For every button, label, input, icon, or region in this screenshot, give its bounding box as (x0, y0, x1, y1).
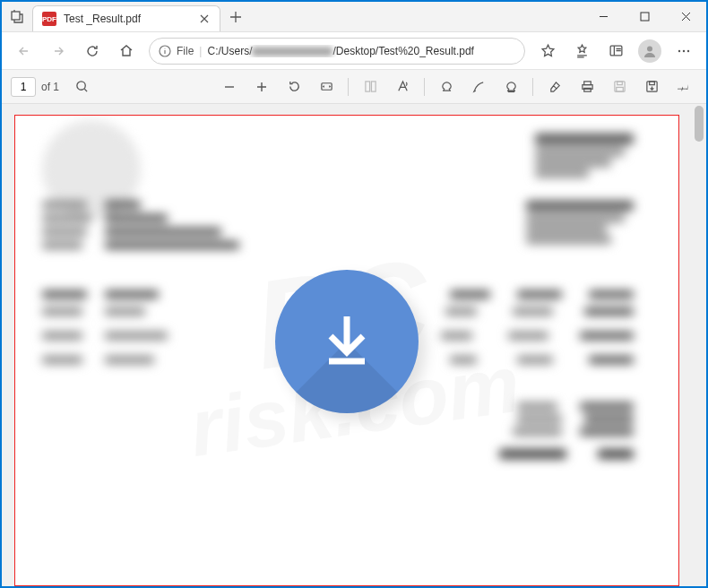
maximize-button[interactable] (624, 2, 665, 31)
svg-point-5 (678, 49, 680, 51)
pdf-file-icon: PDF (42, 12, 56, 26)
settings-menu-button[interactable] (669, 36, 699, 66)
svg-rect-11 (371, 82, 376, 91)
forward-button[interactable] (43, 36, 73, 66)
svg-rect-10 (365, 82, 369, 91)
favorites-list-button[interactable] (566, 36, 597, 66)
erase-button[interactable] (541, 74, 568, 100)
url-scheme-label: File (177, 45, 194, 57)
svg-rect-0 (12, 12, 20, 20)
svg-rect-19 (649, 82, 654, 85)
minimize-button[interactable] (583, 2, 624, 31)
svg-point-8 (76, 82, 84, 90)
print-button[interactable] (574, 74, 600, 100)
read-aloud-button[interactable] (389, 74, 416, 100)
page-number-input[interactable] (11, 77, 36, 97)
pdf-viewport[interactable]: PC risk.com (2, 104, 706, 586)
svg-rect-17 (616, 87, 623, 91)
tab-strip: PDF Test _Result.pdf (2, 2, 583, 31)
titlebar: PDF Test _Result.pdf (2, 2, 706, 32)
rotate-button[interactable] (281, 74, 307, 100)
page-view-button[interactable] (357, 74, 384, 100)
tab-actions-button[interactable] (2, 2, 32, 32)
favorite-button[interactable] (532, 36, 563, 66)
profile-button[interactable] (638, 39, 661, 63)
url-path: C:/Users//Desktop/Test%20_Result.pdf (207, 45, 473, 57)
svg-point-6 (683, 49, 685, 51)
browser-window: PDF Test _Result.pdf (2, 2, 706, 586)
highlight-color-button[interactable] (497, 74, 524, 100)
close-window-button[interactable] (665, 2, 706, 31)
collections-button[interactable] (600, 36, 631, 66)
highlight-tool-button[interactable] (433, 74, 460, 100)
svg-point-4 (647, 46, 652, 51)
page-total-label: of 1 (41, 81, 59, 93)
back-button[interactable] (9, 36, 39, 66)
zoom-in-button[interactable] (248, 74, 275, 100)
tab-close-button[interactable] (198, 13, 211, 25)
draw-tool-button[interactable] (465, 74, 492, 100)
home-button[interactable] (111, 36, 142, 66)
vertical-scrollbar[interactable] (692, 104, 706, 586)
save-button[interactable] (606, 74, 633, 100)
address-bar: File | C:/Users//Desktop/Test%20_Result.… (2, 32, 706, 70)
pdf-toolbar: of 1 (2, 70, 706, 104)
window-controls (583, 2, 706, 31)
search-icon[interactable] (68, 74, 95, 100)
save-as-button[interactable] (638, 74, 665, 100)
tab[interactable]: PDF Test _Result.pdf (32, 5, 220, 31)
scroll-thumb[interactable] (695, 106, 704, 142)
svg-rect-16 (617, 82, 622, 85)
tab-title: Test _Result.pdf (64, 13, 191, 25)
svg-rect-14 (583, 88, 591, 91)
new-tab-button[interactable] (220, 2, 251, 31)
pdf-page: PC risk.com (14, 115, 679, 586)
refresh-button[interactable] (77, 36, 108, 66)
info-icon (159, 45, 171, 57)
download-icon[interactable] (275, 270, 419, 413)
zoom-out-button[interactable] (216, 74, 243, 100)
svg-point-7 (687, 49, 689, 51)
svg-rect-1 (641, 13, 649, 21)
url-field[interactable]: File | C:/Users//Desktop/Test%20_Result.… (149, 38, 525, 65)
fit-page-button[interactable] (313, 74, 340, 100)
pin-toolbar-button[interactable] (670, 74, 697, 100)
